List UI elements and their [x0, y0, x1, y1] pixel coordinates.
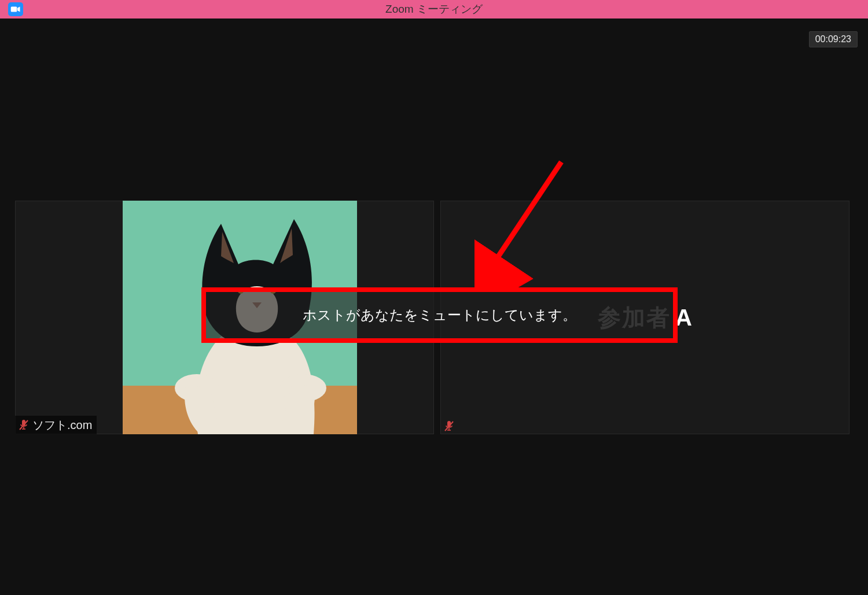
titlebar: Zoom ミーティング: [0, 0, 868, 19]
zoom-camera-icon: [8, 2, 23, 16]
window-title: Zoom ミーティング: [385, 2, 483, 17]
svg-rect-0: [11, 7, 17, 12]
participant-name-letter: A: [675, 305, 692, 331]
mute-notification-text: ホストがあなたをミュートにしています。: [303, 306, 576, 324]
timer-value: 00:09:23: [815, 34, 851, 44]
name-tag-self: ソフト.com: [15, 416, 97, 434]
mute-notification-highlight: ホストがあなたをミュートにしています。: [201, 287, 678, 343]
participant-name-self: ソフト.com: [32, 417, 92, 433]
meeting-timer: 00:09:23: [809, 31, 858, 47]
mic-muted-icon: [19, 419, 29, 431]
mic-muted-icon: [444, 420, 454, 432]
